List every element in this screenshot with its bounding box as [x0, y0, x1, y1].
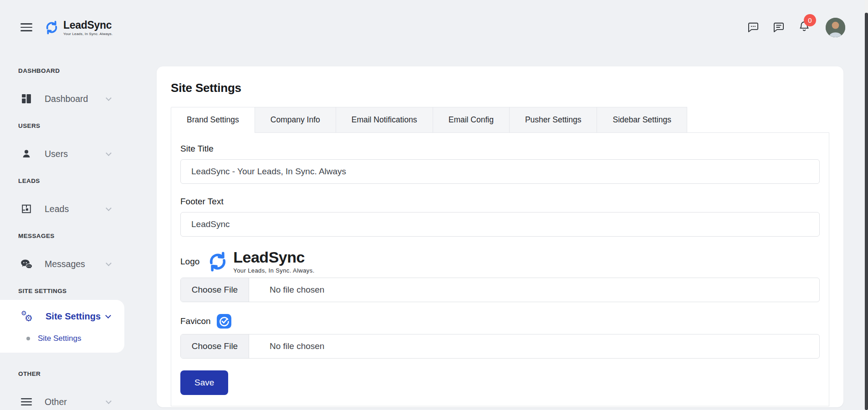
chevron-down-icon [106, 150, 112, 156]
sidebar-item-label: Users [45, 149, 68, 159]
avatar-image [826, 18, 845, 37]
sidebar-heading-site-settings: SITE SETTINGS [0, 287, 124, 295]
sidebar-heading-users: USERS [0, 122, 124, 130]
favicon-choose-file-button[interactable]: Choose File [181, 334, 249, 358]
tab-sidebar-settings[interactable]: Sidebar Settings [597, 107, 687, 133]
sidebar-item-dashboard[interactable]: Dashboard [0, 91, 124, 107]
favicon-file-status: No file chosen [249, 334, 324, 358]
scrollbar-thumb[interactable] [865, 13, 868, 410]
chat-dots-icon[interactable] [747, 21, 759, 33]
logo-label: Logo [180, 257, 199, 267]
save-button[interactable]: Save [180, 370, 228, 395]
tab-company-info[interactable]: Company Info [255, 107, 336, 133]
page-title: Site Settings [171, 81, 829, 95]
sidebar-heading-messages: MESSAGES [0, 232, 124, 240]
logo-preview-tagline: Your Leads, In Sync. Always. [233, 267, 314, 274]
brand-settings-panel: Site Title Footer Text Logo LeadSync You… [171, 132, 829, 406]
user-icon [20, 148, 32, 160]
sidebar-subitem-site-settings[interactable]: Site Settings [0, 332, 124, 345]
favicon-preview-icon [217, 314, 231, 329]
sidebar-item-label: Dashboard [45, 94, 88, 104]
logo-file-input[interactable]: Choose File No file chosen [180, 278, 820, 302]
leads-layout-icon [20, 203, 32, 215]
chevron-down-icon [106, 205, 112, 211]
logo-file-status: No file chosen [249, 278, 324, 302]
tab-email-notifications[interactable]: Email Notifications [336, 107, 433, 133]
notification-badge: 0 [804, 14, 816, 26]
sidebar-item-leads[interactable]: Leads [0, 201, 124, 217]
sidebar-item-other[interactable]: Other [0, 394, 124, 410]
hamburger-menu-icon[interactable] [20, 21, 32, 34]
logo-preview: LeadSync Your Leads, In Sync. Always. [207, 249, 314, 274]
brand-tagline: Your Leads, In Sync. Always. [63, 32, 112, 36]
tab-pusher-settings[interactable]: Pusher Settings [509, 107, 597, 133]
gears-icon: ⚙ ⚙ [20, 310, 33, 323]
site-title-input[interactable] [180, 159, 820, 184]
sidebar: DASHBOARD Dashboard USERS Users LEADS [0, 55, 124, 410]
logo-choose-file-button[interactable]: Choose File [181, 278, 249, 302]
dashboard-grid-icon [20, 93, 32, 105]
chat-text-icon[interactable] [773, 21, 785, 33]
chevron-down-icon [106, 95, 112, 101]
logo-preview-name: LeadSync [233, 249, 314, 266]
bullet-icon [26, 337, 30, 340]
brand-logo[interactable]: LeadSync Your Leads, In Sync. Always. [44, 19, 112, 36]
chat-bubbles-icon [20, 258, 32, 270]
chevron-down-icon [106, 260, 112, 266]
chevron-down-icon [105, 313, 111, 319]
tab-email-config[interactable]: Email Config [433, 107, 510, 133]
avatar[interactable] [826, 18, 845, 37]
footer-text-input[interactable] [180, 212, 820, 237]
sync-logo-icon [207, 251, 229, 273]
sidebar-item-label: Other [45, 397, 67, 407]
site-title-label: Site Title [180, 144, 820, 154]
sidebar-subitem-label: Site Settings [38, 334, 81, 343]
sidebar-heading-dashboard: DASHBOARD [0, 67, 124, 75]
notifications-button[interactable]: 0 [798, 20, 810, 34]
sidebar-active-section: ⚙ ⚙ Site Settings Site Settings [0, 300, 124, 353]
menu-lines-icon [20, 396, 32, 408]
app-header: LeadSync Your Leads, In Sync. Always. 0 [0, 0, 868, 55]
sidebar-item-messages[interactable]: Messages [0, 256, 124, 272]
sidebar-item-site-settings[interactable]: ⚙ ⚙ Site Settings [0, 307, 124, 325]
brand-name: LeadSync [63, 19, 112, 31]
sync-logo-icon [44, 20, 59, 35]
sidebar-item-users[interactable]: Users [0, 146, 124, 162]
footer-text-label: Footer Text [180, 197, 820, 207]
favicon-file-input[interactable]: Choose File No file chosen [180, 334, 820, 359]
sidebar-heading-other: OTHER [0, 370, 124, 378]
scrollbar[interactable] [865, 0, 868, 410]
favicon-label: Favicon [180, 316, 211, 326]
site-settings-card: Site Settings Brand Settings Company Inf… [157, 66, 843, 407]
chevron-down-icon [106, 398, 112, 404]
tab-brand-settings[interactable]: Brand Settings [171, 107, 255, 133]
sidebar-item-label: Leads [45, 204, 69, 214]
sidebar-heading-leads: LEADS [0, 177, 124, 185]
settings-tabs: Brand Settings Company Info Email Notifi… [171, 107, 829, 133]
sidebar-item-label: Site Settings [46, 311, 101, 322]
sidebar-item-label: Messages [45, 259, 85, 269]
